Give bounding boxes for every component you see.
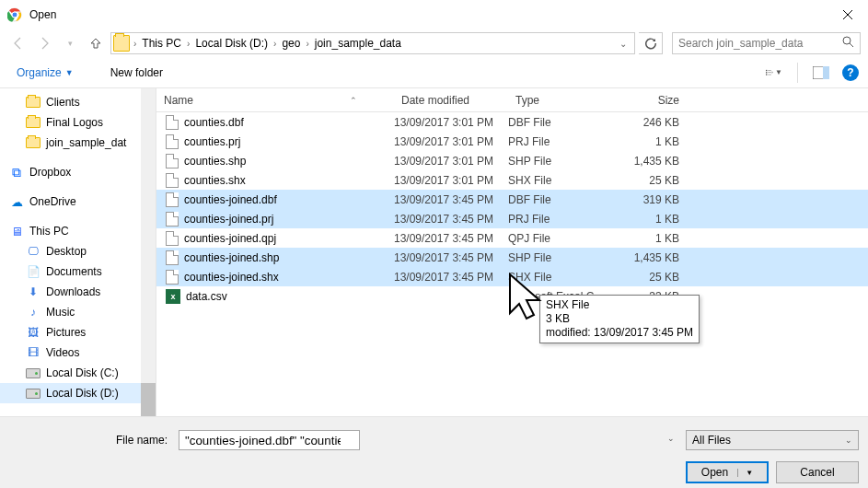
dropbox-icon: ⧉ xyxy=(9,165,24,180)
window-title: Open xyxy=(29,8,827,21)
file-row[interactable]: counties.shp13/09/2017 3:01 PMSHP File1,… xyxy=(156,151,868,170)
folder-icon: 🖼 xyxy=(26,325,41,340)
address-bar[interactable]: › This PC › Local Disk (D:) › geo › join… xyxy=(110,32,635,54)
column-header-type[interactable]: Type xyxy=(508,94,617,107)
file-row[interactable]: counties-joined.prj13/09/2017 3:45 PMPRJ… xyxy=(156,209,868,228)
help-button[interactable]: ? xyxy=(842,64,859,81)
sidebar-item[interactable]: Final Logos xyxy=(0,112,156,133)
crumb[interactable]: geo xyxy=(278,37,304,50)
cancel-button[interactable]: Cancel xyxy=(776,461,859,483)
recent-button[interactable]: ▾ xyxy=(59,32,81,54)
file-row[interactable]: counties-joined.shx13/09/2017 3:45 PMSHX… xyxy=(156,267,868,286)
folder-icon xyxy=(26,115,41,130)
sidebar: ClientsFinal Logosjoin_sample_dat⧉Dropbo… xyxy=(0,88,156,416)
crumb[interactable]: join_sample_data xyxy=(311,37,405,50)
svg-rect-11 xyxy=(823,66,829,79)
file-row[interactable]: counties.prj13/09/2017 3:01 PMPRJ File1 … xyxy=(156,132,868,151)
sidebar-item[interactable]: Local Disk (C:) xyxy=(0,363,156,383)
svg-rect-5 xyxy=(766,72,767,73)
chevron-down-icon: ▼ xyxy=(65,68,74,77)
file-type-filter[interactable]: All Files ⌄ xyxy=(686,430,859,450)
excel-icon: x xyxy=(166,289,180,304)
pc-icon: 🖥 xyxy=(9,224,24,238)
folder-icon: 🖵 xyxy=(26,244,41,259)
chevron-down-icon: ⌄ xyxy=(845,436,852,445)
back-button[interactable] xyxy=(7,32,29,54)
sidebar-item[interactable]: Clients xyxy=(0,92,156,112)
address-dropdown[interactable]: ⌄ xyxy=(614,39,632,49)
filename-label: File name: xyxy=(9,434,168,447)
sidebar-item-onedrive[interactable]: ☁OneDrive xyxy=(0,192,156,212)
file-icon xyxy=(166,134,179,149)
column-header-size[interactable]: Size xyxy=(617,94,689,107)
chevron-down-icon: ▼ xyxy=(737,469,753,477)
scrollbar-thumb[interactable] xyxy=(141,383,156,416)
file-icon xyxy=(166,231,179,246)
column-header-date[interactable]: Date modified xyxy=(394,94,508,107)
column-header-name[interactable]: Name ⌃ xyxy=(156,94,394,107)
sidebar-item[interactable]: 🖵Desktop xyxy=(0,241,156,261)
svg-point-3 xyxy=(843,37,851,44)
search-icon xyxy=(842,36,854,51)
preview-pane-button[interactable] xyxy=(813,64,829,81)
folder-icon xyxy=(26,135,41,150)
onedrive-icon: ☁ xyxy=(9,194,24,209)
refresh-button[interactable] xyxy=(639,32,663,54)
file-row[interactable]: counties.dbf13/09/2017 3:01 PMDBF File24… xyxy=(156,112,868,132)
new-folder-button[interactable]: New folder xyxy=(101,63,172,83)
file-icon xyxy=(166,173,179,188)
open-button[interactable]: Open ▼ xyxy=(686,461,769,483)
sort-asc-icon: ⌃ xyxy=(350,96,357,105)
file-icon xyxy=(166,115,179,130)
up-button[interactable] xyxy=(85,32,107,54)
sidebar-item[interactable]: 📄Documents xyxy=(0,261,156,282)
organize-menu[interactable]: Organize ▼ xyxy=(9,63,81,83)
close-button[interactable] xyxy=(827,1,868,29)
file-row[interactable]: counties-joined.shp13/09/2017 3:45 PMSHP… xyxy=(156,248,868,267)
filename-input[interactable] xyxy=(179,430,360,450)
file-icon xyxy=(166,192,179,207)
folder-icon xyxy=(26,95,41,110)
sidebar-item[interactable]: ♪Music xyxy=(0,302,156,322)
file-row[interactable]: counties.shx13/09/2017 3:01 PMSHX File25… xyxy=(156,170,868,190)
chevron-right-icon: › xyxy=(306,39,308,49)
file-icon xyxy=(166,212,179,227)
chevron-right-icon: › xyxy=(133,39,136,49)
sidebar-item[interactable]: ⬇Downloads xyxy=(0,282,156,302)
drive-icon xyxy=(26,386,41,401)
sidebar-item[interactable]: 🎞Videos xyxy=(0,343,156,363)
folder-icon: ⬇ xyxy=(26,285,41,299)
folder-icon: 📄 xyxy=(26,264,41,279)
crumb[interactable]: Local Disk (D:) xyxy=(191,37,272,50)
folder-icon: 🎞 xyxy=(26,345,41,360)
sidebar-item[interactable]: join_sample_dat xyxy=(0,133,156,153)
sidebar-item-dropbox[interactable]: ⧉Dropbox xyxy=(0,162,156,182)
sidebar-item[interactable]: Local Disk (D:) xyxy=(0,383,156,403)
chevron-right-icon: › xyxy=(187,39,190,49)
folder-icon: ♪ xyxy=(26,305,41,320)
chevron-down-icon[interactable]: ⌄ xyxy=(667,434,675,443)
file-row[interactable]: xdata.csvMicrosoft Excel C...33 KB xyxy=(156,286,868,306)
crumb[interactable]: This PC xyxy=(138,37,185,50)
drive-icon xyxy=(26,366,41,380)
file-row[interactable]: counties-joined.qpj13/09/2017 3:45 PMQPJ… xyxy=(156,228,868,248)
file-icon xyxy=(166,270,179,285)
folder-icon xyxy=(113,35,130,52)
svg-rect-4 xyxy=(766,69,767,70)
forward-button[interactable] xyxy=(33,32,55,54)
chevron-right-icon: › xyxy=(273,39,276,49)
scrollbar[interactable] xyxy=(141,88,156,416)
file-icon xyxy=(166,154,179,168)
view-options-button[interactable]: ▼ xyxy=(766,64,782,81)
file-row[interactable]: counties-joined.dbf13/09/2017 3:45 PMDBF… xyxy=(156,190,868,209)
svg-rect-6 xyxy=(766,74,767,75)
sidebar-item[interactable]: 🖼Pictures xyxy=(0,322,156,343)
file-icon xyxy=(166,250,179,265)
search-input[interactable]: Search join_sample_data xyxy=(672,32,861,54)
tooltip: SHX File 3 KB modified: 13/09/2017 3:45 … xyxy=(539,295,700,343)
search-placeholder: Search join_sample_data xyxy=(678,37,803,50)
sidebar-item-thispc[interactable]: 🖥This PC xyxy=(0,221,156,241)
chrome-icon xyxy=(7,7,22,22)
